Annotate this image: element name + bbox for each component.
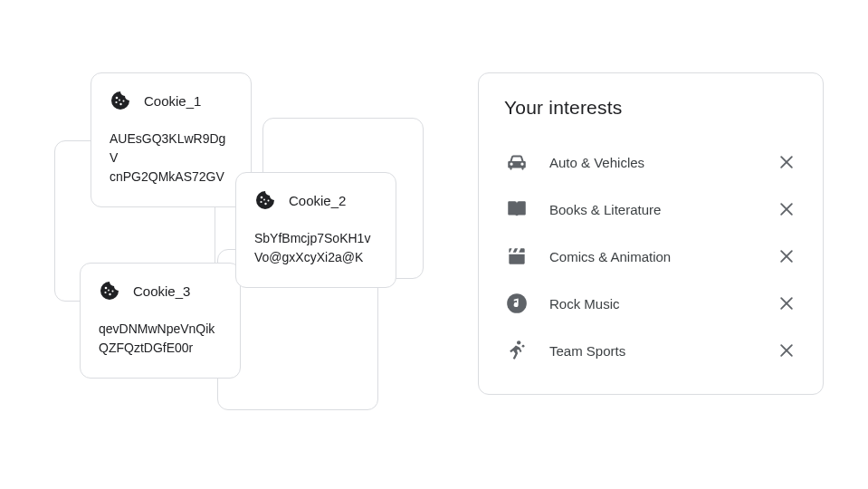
- svg-point-12: [264, 203, 266, 205]
- cookie-icon: [254, 189, 276, 211]
- svg-point-8: [123, 101, 125, 102]
- svg-point-0: [105, 287, 108, 290]
- cookie-stack: Cookie_3 qevDNMwNpeVnQik QZFQztDGfE00r C…: [54, 72, 416, 417]
- car-icon: [504, 149, 529, 175]
- cookie-icon: [110, 90, 131, 111]
- remove-interest-button[interactable]: [774, 291, 799, 316]
- svg-point-14: [263, 199, 265, 201]
- svg-point-2: [109, 293, 110, 295]
- cookie-icon: [99, 280, 120, 302]
- svg-point-13: [268, 200, 270, 202]
- svg-point-11: [260, 201, 262, 203]
- cookie-name: Cookie_1: [144, 93, 201, 109]
- cookie-name: Cookie_2: [289, 193, 346, 208]
- interest-label: Books & Literature: [549, 202, 774, 217]
- interest-label: Comics & Animation: [549, 249, 774, 264]
- cookie-card: Cookie_3 qevDNMwNpeVnQik QZFQztDGfE00r: [80, 263, 241, 379]
- interest-label: Rock Music: [549, 296, 774, 312]
- interest-row-books: Books & Literature: [504, 186, 799, 233]
- svg-point-4: [108, 290, 110, 292]
- cookie-card: Cookie_1 AUEsGQ3KLwR9DgV cnPG2QMkAS72GV: [91, 72, 252, 207]
- interest-label: Team Sports: [549, 343, 774, 359]
- svg-point-6: [115, 101, 117, 103]
- svg-point-7: [119, 103, 121, 105]
- remove-interest-button[interactable]: [774, 338, 799, 363]
- clapper-icon: [504, 244, 529, 269]
- remove-interest-button[interactable]: [774, 244, 799, 269]
- svg-point-10: [261, 197, 263, 199]
- svg-point-3: [112, 291, 114, 292]
- interests-title: Your interests: [504, 97, 799, 119]
- svg-point-5: [116, 97, 119, 100]
- interest-row-music: Rock Music: [504, 280, 799, 327]
- cookie-value: SbYfBmcjp7SoKH1v Vo@gxXcyXi2a@K: [254, 229, 377, 267]
- cookie-value: AUEsGQ3KLwR9DgV cnPG2QMkAS72GV: [110, 129, 233, 187]
- cookie-name: Cookie_3: [133, 283, 190, 299]
- interest-row-comics: Comics & Animation: [504, 233, 799, 280]
- sports-icon: [504, 338, 529, 363]
- music-icon: [504, 291, 529, 316]
- cookie-value: qevDNMwNpeVnQik QZFQztDGfE00r: [99, 320, 222, 358]
- book-icon: [504, 197, 529, 222]
- svg-point-1: [104, 292, 106, 293]
- interest-label: Auto & Vehicles: [549, 155, 774, 170]
- interest-row-auto: Auto & Vehicles: [504, 139, 799, 186]
- remove-interest-button[interactable]: [774, 149, 799, 175]
- remove-interest-button[interactable]: [774, 197, 799, 222]
- interests-panel: Your interests Auto & Vehicles Books & L…: [478, 72, 824, 395]
- svg-point-25: [522, 345, 525, 348]
- svg-point-24: [517, 340, 520, 344]
- cookie-card: Cookie_2 SbYfBmcjp7SoKH1v Vo@gxXcyXi2a@K: [235, 172, 396, 288]
- svg-point-9: [119, 100, 120, 101]
- interest-row-sports: Team Sports: [504, 327, 799, 374]
